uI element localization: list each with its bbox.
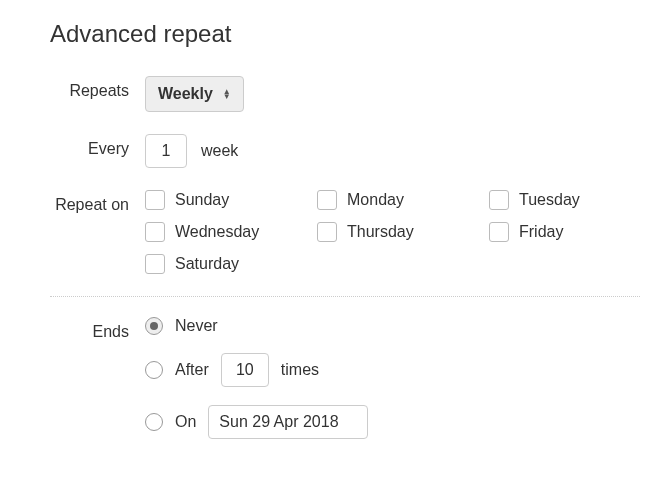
day-thursday-label: Thursday: [347, 223, 414, 241]
ends-row: Ends Never After times On: [50, 317, 640, 439]
every-input[interactable]: [145, 134, 187, 168]
repeat-on-row: Repeat on Sunday Monday Tuesday Wednesda…: [50, 190, 640, 274]
checkbox-wednesday[interactable]: [145, 222, 165, 242]
ends-never-item: Never: [145, 317, 640, 335]
every-label: Every: [50, 134, 145, 158]
day-tuesday: Tuesday: [489, 190, 629, 210]
ends-on-input[interactable]: [208, 405, 368, 439]
day-monday: Monday: [317, 190, 477, 210]
ends-after-item: After times: [145, 353, 640, 387]
ends-on-item: On: [145, 405, 640, 439]
page-title: Advanced repeat: [50, 20, 640, 48]
repeats-row: Repeats Weekly ▲▼: [50, 76, 640, 112]
checkbox-sunday[interactable]: [145, 190, 165, 210]
ends-after-unit: times: [281, 361, 319, 379]
radio-never[interactable]: [145, 317, 163, 335]
every-row: Every week: [50, 134, 640, 168]
checkbox-thursday[interactable]: [317, 222, 337, 242]
day-sunday-label: Sunday: [175, 191, 229, 209]
checkbox-saturday[interactable]: [145, 254, 165, 274]
day-monday-label: Monday: [347, 191, 404, 209]
day-sunday: Sunday: [145, 190, 305, 210]
repeats-label: Repeats: [50, 76, 145, 100]
section-divider: [50, 296, 640, 297]
days-grid: Sunday Monday Tuesday Wednesday Thursday…: [145, 190, 640, 274]
ends-on-label: On: [175, 413, 196, 431]
select-arrows-icon: ▲▼: [223, 89, 231, 99]
repeats-select-value: Weekly: [158, 85, 213, 103]
repeat-on-label: Repeat on: [50, 190, 145, 214]
radio-on[interactable]: [145, 413, 163, 431]
ends-after-label: After: [175, 361, 209, 379]
day-wednesday-label: Wednesday: [175, 223, 259, 241]
day-saturday: Saturday: [145, 254, 305, 274]
day-tuesday-label: Tuesday: [519, 191, 580, 209]
ends-label: Ends: [50, 317, 145, 341]
day-friday-label: Friday: [519, 223, 563, 241]
day-wednesday: Wednesday: [145, 222, 305, 242]
repeats-select[interactable]: Weekly ▲▼: [145, 76, 244, 112]
ends-never-label: Never: [175, 317, 218, 335]
day-thursday: Thursday: [317, 222, 477, 242]
day-saturday-label: Saturday: [175, 255, 239, 273]
ends-radio-group: Never After times On: [145, 317, 640, 439]
checkbox-monday[interactable]: [317, 190, 337, 210]
checkbox-friday[interactable]: [489, 222, 509, 242]
ends-after-input[interactable]: [221, 353, 269, 387]
checkbox-tuesday[interactable]: [489, 190, 509, 210]
every-unit: week: [201, 142, 238, 160]
radio-after[interactable]: [145, 361, 163, 379]
day-friday: Friday: [489, 222, 629, 242]
